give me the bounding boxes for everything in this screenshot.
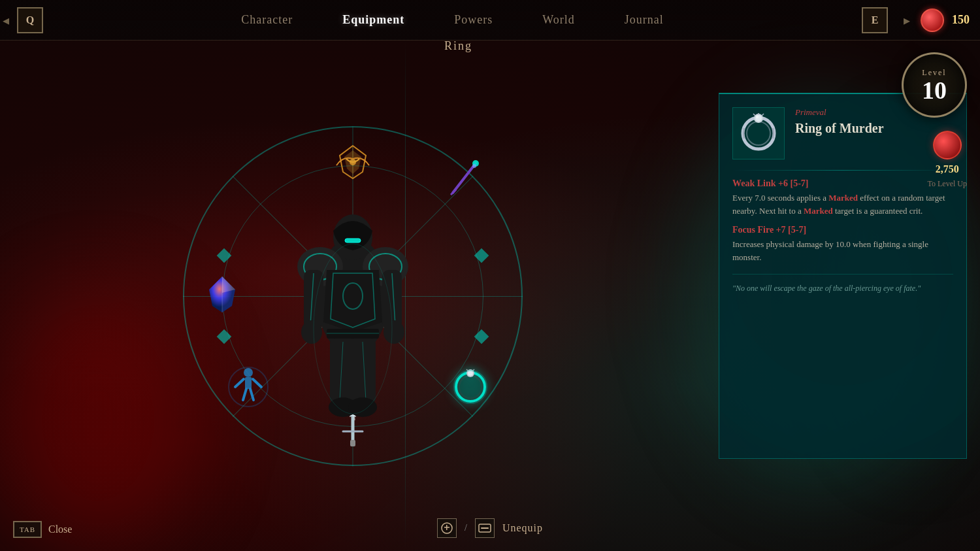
nav-prev-arrow[interactable]: ◂ [3, 12, 9, 28]
xp-gem-icon [933, 131, 962, 159]
item-divider-1 [732, 170, 953, 171]
svg-marker-10 [222, 290, 235, 312]
affix2-name: Focus Fire +7 [5-7] [732, 225, 953, 235]
tab-powers[interactable]: Powers [449, 10, 498, 29]
svg-point-58 [755, 115, 762, 122]
svg-point-53 [348, 397, 377, 417]
weapon-icon [443, 157, 485, 199]
affix1-name: Weak Link +6 [5-7] [732, 178, 953, 189]
svg-rect-37 [345, 239, 361, 242]
svg-line-0 [453, 163, 476, 193]
item-ring-image [738, 112, 780, 155]
svg-point-25 [460, 376, 481, 397]
tab-journal[interactable]: Journal [619, 10, 669, 29]
svg-point-27 [468, 371, 473, 376]
item-header: Primeval Ring of Murder [732, 107, 953, 159]
svg-point-56 [747, 122, 770, 145]
currency-amount: 150 [952, 13, 970, 27]
xp-amount: 2,750 [936, 163, 959, 175]
svg-line-15 [253, 379, 261, 387]
slot-type-label: Ring [444, 39, 472, 53]
tab-world[interactable]: World [537, 10, 580, 29]
item-flavor-text: "No one will escape the gaze of the all-… [732, 274, 953, 294]
currency-gem-icon [921, 8, 944, 32]
offhand-icon [199, 273, 245, 319]
affix1-desc: Every 7.0 seconds applies a Marked effec… [732, 192, 953, 217]
nav-q-key[interactable]: Q [17, 7, 43, 33]
equipment-slot-weapon[interactable] [438, 152, 490, 205]
svg-line-60 [753, 114, 755, 116]
tab-equipment[interactable]: Equipment [337, 10, 410, 29]
svg-point-45 [384, 320, 404, 344]
nav-bar: ◂ Q Character Equipment Powers World Jou… [0, 0, 980, 41]
character-figure [261, 139, 444, 453]
nav-right: E ▸ 150 [857, 7, 970, 33]
ring-slot-icon [449, 366, 492, 409]
svg-line-61 [762, 114, 764, 116]
svg-rect-49 [350, 339, 376, 404]
affix1-keyword-2: Marked [804, 206, 833, 216]
affix2-desc: Increases physical damage by 10.0 when f… [732, 238, 953, 263]
nav-e-key[interactable]: E [862, 7, 888, 33]
svg-line-14 [235, 379, 244, 387]
equipment-wheel [183, 126, 523, 466]
character-silhouette [274, 146, 431, 446]
svg-point-3 [472, 164, 476, 168]
nav-next-arrow[interactable]: ▸ [904, 12, 910, 28]
xp-area: 2,750 To Level Up [928, 131, 967, 189]
affix1-keyword-1: Marked [828, 193, 858, 203]
svg-point-12 [244, 368, 253, 377]
svg-line-17 [250, 389, 253, 400]
nav-tabs: Character Equipment Powers World Journal [48, 10, 857, 29]
level-badge: Level 10 [902, 52, 967, 118]
svg-line-16 [243, 389, 246, 400]
level-value: 10 [922, 78, 947, 103]
equipment-slot-ring[interactable] [444, 361, 497, 414]
equipment-slot-offhand[interactable] [196, 270, 248, 322]
main-content: Primeval Ring of Murder Weak Link +6 [5-… [0, 41, 980, 551]
xp-label: To Level Up [928, 179, 967, 189]
character-svg [274, 146, 431, 446]
svg-rect-13 [245, 377, 252, 389]
svg-point-55 [743, 118, 774, 149]
item-image-box [732, 107, 785, 159]
tab-character[interactable]: Character [236, 10, 298, 29]
svg-point-59 [756, 116, 759, 118]
svg-point-44 [301, 320, 322, 344]
equipment-area [0, 41, 706, 551]
svg-point-57 [754, 114, 763, 123]
